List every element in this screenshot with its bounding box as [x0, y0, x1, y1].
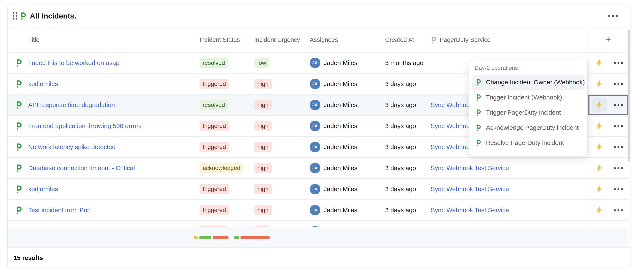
service-link[interactable]: Sync Webhook Test Service: [430, 207, 509, 214]
created-at: 3 days ago: [385, 186, 416, 192]
run-action-button lightning-icon[interactable]: [592, 97, 607, 113]
run-action-button lightning-icon[interactable]: [592, 76, 607, 91]
row-actions-cell: [588, 137, 628, 157]
row-menu-button kebab-icon[interactable]: [612, 81, 625, 87]
incident-title-link[interactable]: Test incident from Port: [28, 207, 91, 214]
row-menu-button kebab-icon[interactable]: [612, 208, 625, 213]
urgency-badge: low: [254, 58, 270, 68]
row-menu-button kebab-icon[interactable]: [612, 144, 625, 150]
service-link[interactable]: Sync Webhook Test Service: [430, 186, 509, 192]
created-at: 3 days ago: [385, 164, 416, 171]
day2-operations-menu: Day-2 operations Change Incident Owner (…: [469, 60, 588, 156]
pagerduty-icon: [15, 59, 22, 67]
incident-title-link[interactable]: API response time degradation: [28, 101, 115, 108]
pagerduty-icon: [15, 80, 22, 88]
pagerduty-icon: [19, 12, 26, 20]
assignee-name: Jaden Miles: [324, 164, 357, 172]
menu-group-label: Day-2 operations: [474, 65, 582, 71]
summary-pill: [194, 236, 198, 239]
row-actions-cell: [588, 53, 628, 73]
drag-handle-icon[interactable]: [13, 12, 17, 20]
incident-title-link[interactable]: kodjomiles: [28, 80, 58, 87]
status-badge: triggered: [200, 184, 229, 194]
row-actions-cell: [588, 116, 628, 136]
vertical-scrollbar[interactable]: [628, 30, 630, 162]
assignee-name: Jaden Miles: [324, 143, 357, 151]
all-incidents-widget: All Incidents. Title Incident Status Inc…: [7, 5, 631, 268]
summary-pill: [199, 236, 211, 239]
assignee-avatar: JA: [310, 58, 320, 68]
row-actions-cell: [588, 158, 628, 178]
column-header-assignees[interactable]: Assignees: [310, 36, 385, 43]
assignee-name: Jaden Miles: [324, 186, 357, 193]
summary-pill: [234, 236, 239, 239]
run-action-button lightning-icon[interactable]: [592, 160, 607, 176]
pagerduty-icon: [15, 185, 22, 193]
status-badge: triggered: [200, 142, 229, 152]
column-header-status[interactable]: Incident Status: [200, 36, 254, 43]
menu-item[interactable]: Acknowledge PagerDuty incident: [472, 120, 585, 135]
run-action-button lightning-icon[interactable]: [592, 182, 607, 197]
column-header-urgency[interactable]: Incident Urgency: [254, 36, 310, 43]
pagerduty-icon: [15, 164, 22, 172]
row-menu-button kebab-icon[interactable]: [612, 102, 625, 108]
column-header-title[interactable]: Title: [28, 36, 200, 43]
summary-pill: [212, 236, 228, 239]
urgency-badge: high: [254, 79, 272, 89]
widget-menu-button kebab-icon[interactable]: [606, 13, 620, 19]
status-badge: acknowledged: [200, 163, 244, 173]
status-badge: triggered: [200, 205, 229, 215]
created-at: 3 months ago: [385, 59, 424, 66]
service-link[interactable]: Sync Webhook Test Service: [430, 164, 509, 171]
table-row: kodjomiles triggered high JA Jaden Miles…: [8, 179, 628, 200]
run-action-button lightning-icon[interactable]: [592, 139, 607, 155]
column-header-created[interactable]: Created At: [385, 36, 430, 43]
row-actions-cell: [588, 74, 628, 94]
run-action-button lightning-icon[interactable]: [592, 203, 607, 218]
status-badge: resolved: [200, 100, 228, 110]
menu-item[interactable]: Change Incident Owner (Webhook): [472, 75, 585, 90]
assignee-name: Jaden Miles: [324, 80, 357, 87]
incident-title-link[interactable]: Network latency spike detected: [28, 143, 116, 150]
assignee-avatar: JA: [310, 121, 320, 131]
row-actions-cell: [588, 179, 628, 199]
row-actions-cell: [588, 95, 628, 115]
row-menu-button kebab-icon[interactable]: [612, 123, 625, 129]
menu-item-label: Acknowledge PagerDuty incident: [486, 124, 578, 131]
created-at: 3 days ago: [385, 122, 416, 129]
urgency-badge: high: [254, 163, 272, 173]
run-action-button lightning-icon[interactable]: [592, 118, 607, 134]
menu-item[interactable]: Trigger PagerDuty incident: [472, 105, 585, 120]
add-column-button plus-icon[interactable]: +: [605, 35, 611, 45]
run-action-button lightning-icon[interactable]: [592, 55, 607, 70]
created-at: 3 days ago: [385, 207, 416, 214]
pagerduty-icon: [15, 143, 22, 151]
assignee-avatar: JA: [310, 100, 320, 110]
menu-item-label: Resolve PagerDuty incident: [486, 139, 564, 146]
pagerduty-icon: [475, 79, 481, 86]
table-row: Test incident from Port triggered high J…: [8, 200, 628, 221]
summary-band: [8, 227, 628, 248]
row-menu-button kebab-icon[interactable]: [612, 166, 625, 171]
pagerduty-icon: [430, 36, 437, 43]
summary-pill: [240, 236, 270, 239]
menu-item[interactable]: Resolve PagerDuty incident: [472, 135, 585, 150]
menu-item-label: Trigger Incident (Webhook): [486, 94, 562, 101]
assignee-name: Jaden Miles: [324, 207, 357, 214]
assignee-avatar: JA: [310, 205, 320, 215]
menu-item[interactable]: Trigger Incident (Webhook): [472, 90, 585, 105]
incident-title-link[interactable]: Frontend application throwing 500 errors: [28, 122, 142, 129]
incident-title-link[interactable]: Database connection timeout - Critical: [28, 164, 135, 171]
pagerduty-icon: [15, 101, 22, 109]
status-badge: resolved: [200, 58, 228, 68]
row-menu-button kebab-icon[interactable]: [612, 60, 625, 66]
pagerduty-icon: [475, 124, 481, 131]
row-menu-button kebab-icon[interactable]: [612, 187, 625, 192]
assignee-avatar: JA: [310, 142, 320, 152]
created-at: 3 days ago: [385, 101, 416, 108]
assignee-avatar: JA: [310, 163, 320, 173]
column-header-service[interactable]: PagerDuty Service: [430, 36, 588, 43]
created-at: 3 days ago: [385, 143, 416, 150]
incident-title-link[interactable]: kodjomiles: [28, 186, 58, 192]
incident-title-link[interactable]: I need this to be worked on asap: [28, 59, 120, 66]
